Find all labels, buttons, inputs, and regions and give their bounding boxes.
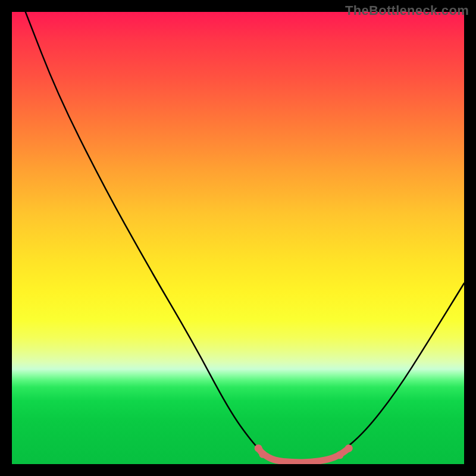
highlight-dot: [345, 444, 353, 452]
highlight-segment: [258, 448, 349, 462]
plot-area: [12, 12, 464, 464]
bottleneck-curve: [26, 12, 464, 462]
highlight-dot: [336, 451, 344, 459]
watermark-text: TheBottleneck.com: [345, 3, 469, 18]
chart-container: TheBottleneck.com: [0, 0, 476, 476]
highlight-dot: [259, 450, 267, 458]
curve-layer: [12, 12, 464, 464]
